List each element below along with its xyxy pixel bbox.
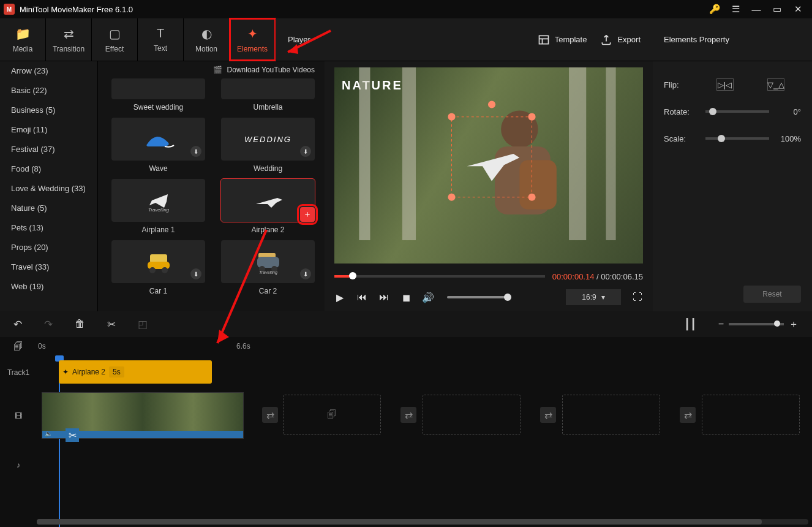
scrub-handle[interactable]: [349, 272, 356, 279]
play-button[interactable]: ▶: [334, 292, 345, 303]
thumb-umbrella: [221, 78, 315, 99]
zoom-in-button[interactable]: ＋: [789, 318, 799, 331]
split-marker-icon[interactable]: ✂: [66, 428, 79, 442]
timeline-scrollbar[interactable]: [37, 519, 808, 525]
media-drop-slot[interactable]: [702, 395, 800, 435]
category-web[interactable]: Web (19): [0, 277, 97, 297]
category-pets[interactable]: Pets (13): [0, 218, 97, 238]
library-item[interactable]: ＋ Airplane 2: [221, 179, 315, 234]
media-drop-slot[interactable]: [423, 395, 521, 435]
zoom-out-button[interactable]: −: [718, 319, 724, 330]
chevron-down-icon: ▾: [601, 293, 605, 301]
library-item[interactable]: WEDDING ⬇ Wedding: [221, 118, 315, 173]
redo-button[interactable]: ↷: [44, 318, 53, 331]
transition-slot-icon[interactable]: ⇄: [400, 407, 416, 423]
zoom-slider[interactable]: [729, 323, 784, 325]
maximize-button[interactable]: ▭: [767, 0, 788, 18]
tab-media[interactable]: 📁 Media: [0, 18, 46, 61]
transition-slot-icon[interactable]: ⇄: [680, 407, 696, 423]
download-icon[interactable]: ⬇: [190, 146, 201, 157]
category-props[interactable]: Props (20): [0, 238, 97, 257]
prev-frame-button[interactable]: ⏮: [356, 292, 367, 303]
scale-property: Scale: 100%: [664, 125, 801, 152]
download-icon[interactable]: ⬇: [300, 146, 311, 157]
reset-button[interactable]: Reset: [743, 286, 801, 303]
category-food[interactable]: Food (8): [0, 159, 97, 179]
download-icon[interactable]: ⬇: [190, 268, 201, 279]
library-item[interactable]: ⬇ Wave: [111, 118, 205, 173]
rotate-slider[interactable]: [705, 110, 769, 113]
next-frame-button[interactable]: ⏭: [378, 292, 389, 303]
volume-slider[interactable]: [447, 296, 508, 298]
undo-button[interactable]: ↶: [13, 318, 22, 331]
element-track-lane[interactable]: ✦ Airplane 2 5s: [37, 357, 812, 389]
thumb-airplane-1: Travelling: [111, 179, 205, 222]
scrub-bar[interactable]: 00:00:00.14 / 00:00:06.15: [334, 271, 643, 282]
fullscreen-button[interactable]: ⛶: [632, 292, 643, 303]
tab-transition[interactable]: ⇄ Transition: [46, 18, 92, 61]
library-item[interactable]: ⬇ Car 1: [111, 240, 205, 295]
category-basic[interactable]: Basic (22): [0, 81, 97, 100]
media-drop-slot[interactable]: [562, 395, 660, 435]
menu-icon[interactable]: ☰: [725, 0, 746, 18]
stop-button[interactable]: ◼: [400, 292, 412, 303]
category-arrow[interactable]: Arrow (23): [0, 61, 97, 81]
timeline-scrollbar-handle[interactable]: [37, 519, 762, 525]
timeline-ruler[interactable]: 0s 6.6s: [37, 337, 812, 357]
transition-slot-icon[interactable]: ⇄: [262, 407, 278, 423]
tab-text[interactable]: T Text: [138, 18, 184, 61]
download-youtube-link[interactable]: 🎬 Download YouTube Videos: [98, 61, 325, 78]
svg-rect-12: [402, 67, 416, 240]
scale-slider[interactable]: [705, 137, 769, 140]
library-item[interactable]: Sweet wedding: [111, 78, 205, 112]
video-preview[interactable]: NATURE: [334, 67, 643, 264]
export-button[interactable]: Export: [600, 34, 641, 46]
svg-rect-14: [606, 67, 616, 240]
add-to-timeline-button[interactable]: ＋: [300, 207, 315, 222]
category-love-wedding[interactable]: Love & Wedding (33): [0, 179, 97, 199]
close-button[interactable]: ✕: [788, 0, 808, 18]
flip-vertical-button[interactable]: ▽⎯△: [767, 78, 784, 91]
timeline-media-icon[interactable]: 🗐: [0, 341, 37, 352]
audio-track-lane[interactable]: [37, 444, 812, 487]
scale-value: 100%: [775, 134, 801, 143]
minimize-button[interactable]: —: [746, 0, 767, 18]
split-button[interactable]: ✂: [107, 318, 116, 331]
category-nature[interactable]: Nature (5): [0, 199, 97, 218]
transition-slot-icon[interactable]: ⇄: [540, 407, 556, 423]
volume-handle[interactable]: [504, 294, 511, 301]
zoom-handle[interactable]: [774, 320, 780, 327]
media-drop-slot[interactable]: 🗐: [283, 395, 381, 435]
svg-point-5: [162, 267, 168, 273]
svg-point-22: [528, 194, 536, 201]
template-button[interactable]: Template: [538, 34, 587, 46]
crop-button[interactable]: ◰: [138, 318, 148, 331]
slider-handle[interactable]: [718, 135, 725, 142]
tab-elements[interactable]: ✦ Elements: [230, 18, 276, 61]
category-festival[interactable]: Festival (37): [0, 140, 97, 159]
speaker-icon[interactable]: 🔈: [45, 430, 53, 439]
library-item[interactable]: Umbrella: [221, 78, 315, 112]
sparkle-icon: ✦: [247, 26, 258, 41]
category-emoji[interactable]: Emoji (11): [0, 120, 97, 140]
tab-motion[interactable]: ◐ Motion: [184, 18, 230, 61]
video-track-lane[interactable]: 🔈 ✂ ⇄ 🗐 ⇄ ⇄ ⇄: [37, 389, 812, 444]
category-travel[interactable]: Travel (33): [0, 257, 97, 277]
volume-icon[interactable]: 🔊: [423, 292, 434, 303]
license-key-icon[interactable]: 🔑: [704, 0, 725, 18]
category-sidebar: Arrow (23) Basic (22) Business (5) Emoji…: [0, 61, 98, 311]
aspect-ratio-select[interactable]: 16:9 ▾: [566, 289, 621, 305]
tab-effect[interactable]: ▢ Effect: [92, 18, 138, 61]
category-business[interactable]: Business (5): [0, 100, 97, 120]
clip-duration: 5s: [109, 366, 124, 377]
video-clip[interactable]: 🔈 ✂: [42, 392, 244, 439]
app-icon: M: [4, 4, 15, 15]
slider-handle[interactable]: [709, 108, 716, 115]
element-clip[interactable]: ✦ Airplane 2 5s: [59, 360, 212, 384]
library-item[interactable]: Travelling ⬇ Car 2: [221, 240, 315, 295]
flip-horizontal-button[interactable]: ▷|◁: [716, 78, 734, 91]
snap-icon[interactable]: ┃┃: [684, 318, 696, 331]
download-icon[interactable]: ⬇: [300, 268, 311, 279]
delete-button[interactable]: 🗑: [75, 318, 85, 330]
library-item[interactable]: Travelling Airplane 1: [111, 179, 205, 234]
